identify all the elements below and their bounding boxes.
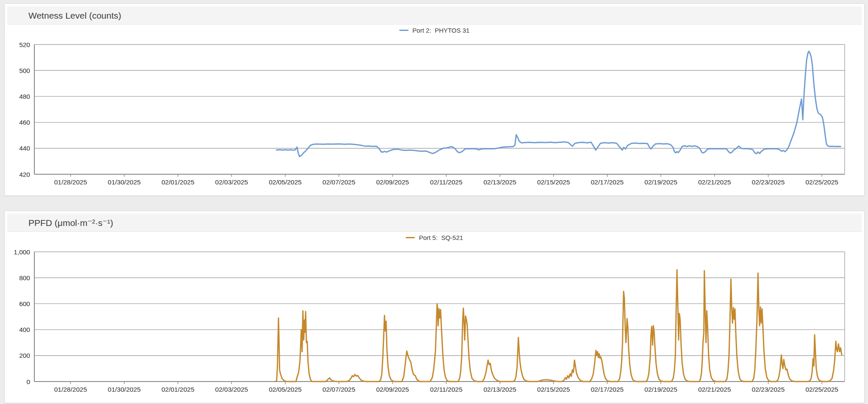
legend-label: Port 5: SQ-521 xyxy=(419,234,463,241)
y-tick-label: 600 xyxy=(19,300,30,307)
x-tick-label: 02/05/2025 xyxy=(269,178,302,185)
x-tick-label: 02/21/2025 xyxy=(698,178,731,185)
x-tick-label: 02/25/2025 xyxy=(805,386,838,393)
legend-line-marker-icon xyxy=(399,30,409,31)
x-tick-label: 01/30/2025 xyxy=(108,386,141,393)
legend: Port 5: SQ-521 xyxy=(5,232,864,242)
legend-label: Port 2: PHYTOS 31 xyxy=(412,27,470,34)
x-tick-label: 01/28/2025 xyxy=(54,386,87,393)
x-tick-label: 02/09/2025 xyxy=(376,386,409,393)
x-tick-label: 02/13/2025 xyxy=(484,386,517,393)
y-tick-label: 800 xyxy=(19,274,30,281)
y-tick-label: 440 xyxy=(19,145,30,152)
x-tick-label: 02/25/2025 xyxy=(805,178,838,185)
x-tick-label: 02/01/2025 xyxy=(161,386,195,393)
x-tick-label: 02/07/2025 xyxy=(323,386,356,393)
wetness-chart-panel: Wetness Level (counts) Port 2: PHYTOS 31… xyxy=(4,3,865,196)
chart-svg: 02004006008001,00001/28/202501/30/202502… xyxy=(7,243,862,393)
y-tick-label: 420 xyxy=(19,171,30,178)
x-tick-label: 02/09/2025 xyxy=(376,178,409,185)
x-tick-label: 02/01/2025 xyxy=(161,178,195,185)
y-tick-label: 400 xyxy=(19,326,30,333)
legend-item-port5-sq521[interactable]: Port 5: SQ-521 xyxy=(406,234,463,241)
chart-title: PPFD (μmol·m⁻²·s⁻¹) xyxy=(7,214,862,232)
legend: Port 2: PHYTOS 31 xyxy=(5,25,864,35)
y-tick-label: 1,000 xyxy=(14,248,30,256)
x-tick-label: 02/23/2025 xyxy=(752,178,785,185)
legend-line-marker-icon xyxy=(406,237,415,238)
ppfd-chart-canvas[interactable]: 02004006008001,00001/28/202501/30/202502… xyxy=(7,243,862,393)
panel-header: PPFD (μmol·m⁻²·s⁻¹) xyxy=(7,214,862,232)
x-tick-label: 02/17/2025 xyxy=(591,386,624,393)
y-tick-label: 500 xyxy=(19,67,30,74)
x-tick-label: 02/21/2025 xyxy=(698,386,731,393)
x-tick-label: 02/19/2025 xyxy=(645,178,678,185)
x-tick-label: 02/15/2025 xyxy=(537,386,570,393)
x-tick-label: 01/30/2025 xyxy=(108,178,141,185)
x-tick-label: 02/13/2025 xyxy=(484,178,517,185)
y-tick-label: 200 xyxy=(19,352,30,359)
legend-item-port2-phytos31[interactable]: Port 2: PHYTOS 31 xyxy=(399,27,470,34)
x-tick-label: 01/28/2025 xyxy=(54,178,87,185)
x-tick-label: 02/03/2025 xyxy=(215,386,248,393)
x-tick-label: 02/11/2025 xyxy=(430,178,462,185)
wetness-chart-canvas[interactable]: 42044046048050052001/28/202501/30/202502… xyxy=(7,36,862,185)
x-tick-label: 02/15/2025 xyxy=(537,178,570,185)
series-line xyxy=(275,270,842,382)
y-tick-label: 0 xyxy=(26,378,30,385)
y-tick-label: 520 xyxy=(19,41,30,48)
chart-title: Wetness Level (counts) xyxy=(7,6,862,25)
x-tick-label: 02/23/2025 xyxy=(752,386,785,393)
x-tick-label: 02/11/2025 xyxy=(430,386,462,393)
x-tick-label: 02/19/2025 xyxy=(645,386,678,393)
ppfd-chart-panel: PPFD (μmol·m⁻²·s⁻¹) Port 5: SQ-521 02004… xyxy=(4,211,865,403)
y-tick-label: 460 xyxy=(19,119,30,126)
chart-svg: 42044046048050052001/28/202501/30/202502… xyxy=(7,36,862,185)
x-tick-label: 02/17/2025 xyxy=(591,178,624,185)
series-line xyxy=(276,51,840,157)
panel-header: Wetness Level (counts) xyxy=(7,6,862,25)
y-tick-label: 480 xyxy=(19,93,30,100)
x-tick-label: 02/05/2025 xyxy=(269,386,302,393)
x-tick-label: 02/03/2025 xyxy=(215,178,248,185)
x-tick-label: 02/07/2025 xyxy=(323,178,356,185)
